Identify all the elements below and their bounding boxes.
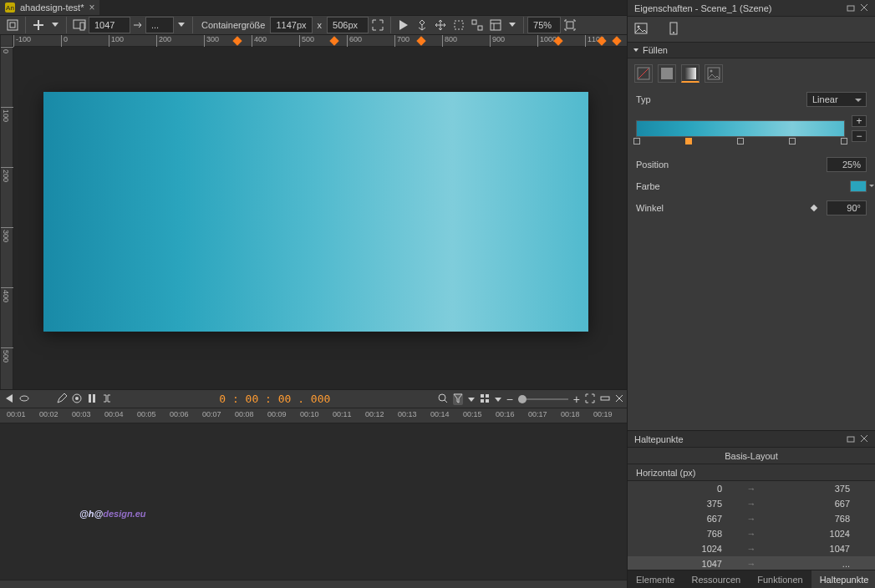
bottom-tab-funktionen[interactable]: Funktionen <box>749 570 811 589</box>
timeline-record-icon[interactable] <box>72 393 82 405</box>
container-width-field[interactable]: 1147px <box>270 17 312 33</box>
gradient-editor: + − <box>628 110 875 147</box>
breakpoints-panel: Haltepunkte Basis-Layout Horizontal (px)… <box>628 430 875 588</box>
width-arrow-icon[interactable] <box>130 16 145 34</box>
timeline-grid-icon[interactable] <box>480 393 490 405</box>
timeline-timecode[interactable]: 0 : 00 : 00 . 000 <box>219 393 330 405</box>
gradient-stop[interactable] <box>737 138 744 144</box>
fit-icon[interactable] <box>369 16 387 34</box>
width-to-field[interactable]: ... <box>145 17 174 33</box>
zoom-out-button[interactable]: − <box>506 393 513 406</box>
properties-mode-row <box>628 17 875 42</box>
breakpoint-marker-icon[interactable] <box>612 36 621 45</box>
crop-icon[interactable] <box>450 16 468 34</box>
fill-none-button[interactable] <box>634 64 653 83</box>
breakpoints-subtitle[interactable]: Basis-Layout <box>628 448 875 464</box>
timeline-pen-icon[interactable] <box>57 393 67 405</box>
svg-rect-6 <box>478 26 482 30</box>
position-input[interactable]: 25% <box>827 157 867 172</box>
gradient-stop[interactable] <box>841 138 847 144</box>
color-swatch[interactable] <box>850 180 867 192</box>
horizontal-ruler[interactable]: -100010020030040050060070080090010001100… <box>13 35 627 47</box>
zoom-fit-icon[interactable] <box>561 16 579 34</box>
timeline-ruler[interactable]: 00:0100:0200:0300:0400:0500:0600:0700:08… <box>0 408 627 423</box>
type-select[interactable]: Linear <box>806 92 867 107</box>
image-mode-icon[interactable] <box>634 23 648 36</box>
bp-close-icon[interactable] <box>860 434 868 444</box>
svg-rect-18 <box>601 397 609 400</box>
fill-gradient-button[interactable] <box>681 64 699 83</box>
properties-title-text: Eigenschaften - Scene_1 (Szene) <box>634 3 772 13</box>
breakpoint-row[interactable]: 768→1024 <box>628 526 875 541</box>
zoom-in-button[interactable]: + <box>573 393 580 406</box>
width-field[interactable]: 1047 <box>89 17 130 33</box>
timeline-collapse-icon[interactable] <box>600 393 610 405</box>
width-dropdown-icon[interactable] <box>174 16 189 34</box>
ruler-tick: 700 <box>394 35 395 47</box>
timeline-snap-icon[interactable] <box>102 393 112 405</box>
panel-undock-icon[interactable] <box>847 3 855 13</box>
bottom-tab-haltepunkte[interactable]: Haltepunkte <box>811 570 875 589</box>
svg-point-13 <box>439 394 445 401</box>
responsive-icon[interactable] <box>70 16 89 34</box>
breakpoint-marker-icon[interactable] <box>416 36 425 45</box>
play-button[interactable] <box>394 16 413 34</box>
selection-tool-button[interactable] <box>3 16 22 34</box>
keyframe-diamond-icon[interactable] <box>811 205 817 211</box>
fill-solid-button[interactable] <box>658 64 676 83</box>
bottom-tab-ressourcen[interactable]: Ressourcen <box>683 570 749 589</box>
timeline-zoom-slider[interactable] <box>518 398 568 400</box>
gradient-remove-stop-button[interactable]: − <box>852 130 867 142</box>
move-icon[interactable] <box>431 16 450 34</box>
zoom-field[interactable]: 75% <box>527 17 561 33</box>
breakpoint-marker-icon[interactable] <box>329 36 338 45</box>
layout-dropdown-icon[interactable] <box>505 16 520 34</box>
timeline-close-icon[interactable] <box>615 394 623 404</box>
layout-icon[interactable] <box>486 16 505 34</box>
add-dropdown-icon[interactable] <box>48 16 63 34</box>
fill-section-header[interactable]: Füllen <box>628 42 875 58</box>
breakpoint-row[interactable]: 0→375 <box>628 481 875 496</box>
timeline-loop-icon[interactable] <box>18 394 30 404</box>
timeline-grid-dropdown-icon[interactable] <box>495 394 501 404</box>
svg-rect-2 <box>74 20 85 28</box>
angle-input[interactable]: 90° <box>827 200 867 215</box>
svg-rect-8 <box>567 22 573 28</box>
breakpoint-row[interactable]: 667→768 <box>628 511 875 526</box>
vertical-ruler[interactable]: 0100200300400500600 <box>1 47 13 389</box>
bp-undock-icon[interactable] <box>847 434 855 444</box>
timeline-body[interactable]: @h@design.eu <box>0 423 627 580</box>
gradient-stop[interactable] <box>685 138 692 144</box>
timeline-scrollbar[interactable] <box>0 580 627 588</box>
bounds-icon[interactable] <box>468 16 486 34</box>
gradient-stop[interactable] <box>789 138 796 144</box>
breakpoint-marker-icon[interactable] <box>232 36 242 45</box>
canvas-area[interactable] <box>13 47 627 389</box>
svg-rect-7 <box>491 20 501 30</box>
document-tab[interactable]: An ahadesign-test* × <box>0 0 99 15</box>
add-button[interactable] <box>29 16 48 34</box>
main-toolbar: 1047 ... Containergröße 1147px x 506px 7… <box>0 15 627 35</box>
timeline-rewind-icon[interactable] <box>3 394 13 404</box>
stage[interactable] <box>43 92 588 332</box>
timeline-key-icon[interactable] <box>87 393 97 405</box>
timeline-search-icon[interactable] <box>438 393 448 405</box>
timeline-expand-icon[interactable] <box>585 393 595 405</box>
gradient-add-stop-button[interactable]: + <box>852 115 867 127</box>
gradient-stop[interactable] <box>633 138 640 144</box>
close-tab-icon[interactable]: × <box>89 2 94 13</box>
responsive-mode-icon[interactable] <box>668 22 679 37</box>
right-panels: Eigenschaften - Scene_1 (Szene) Füllen T… <box>627 0 875 588</box>
gradient-bar[interactable] <box>636 120 845 137</box>
bp-to: 1024 <box>764 529 867 539</box>
container-height-field[interactable]: 506px <box>327 17 369 33</box>
fill-image-button[interactable] <box>705 64 723 83</box>
breakpoint-row[interactable]: 375→667 <box>628 496 875 511</box>
breakpoint-row[interactable]: 1024→1047 <box>628 541 875 556</box>
bottom-tab-elemente[interactable]: Elemente <box>628 570 683 589</box>
anchor-icon[interactable] <box>413 16 431 34</box>
panel-close-icon[interactable] <box>860 3 868 13</box>
timeline-filter-icon[interactable] <box>453 393 463 405</box>
timeline-tick: 00:08 <box>235 410 254 418</box>
timeline-filter-dropdown-icon[interactable] <box>468 394 475 404</box>
